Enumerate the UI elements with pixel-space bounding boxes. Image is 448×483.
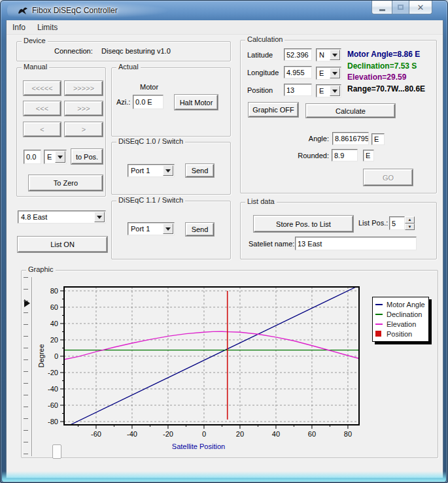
calculate-button[interactable]: Calculate: [306, 104, 395, 118]
calc-result-line: Motor Angle=8.86 E: [347, 49, 425, 61]
step-med-east-button[interactable]: >>>: [65, 101, 103, 116]
step-east-button[interactable]: >: [65, 122, 103, 137]
trackbar-tick: [24, 430, 28, 431]
y-tick-label: 60: [50, 303, 58, 311]
y-tick-label: 80: [50, 287, 58, 295]
rounded-label: Rounded:: [282, 152, 329, 159]
trackbar-tick: [24, 312, 28, 313]
rounded-value-field[interactable]: 8.9: [332, 149, 358, 161]
list-pos-input[interactable]: 5: [389, 216, 405, 230]
close-button[interactable]: ✕: [409, 1, 432, 14]
step-med-west-button[interactable]: <<<: [24, 101, 61, 116]
menu-limits[interactable]: Limits: [31, 21, 63, 34]
menu-info[interactable]: Info: [7, 21, 31, 34]
y-tick-label: 0: [54, 352, 58, 360]
azimuth-value-field[interactable]: 0.0 E: [133, 95, 164, 109]
x-tick-label: -40: [127, 430, 137, 438]
chevron-down-icon[interactable]: [94, 212, 105, 222]
y-axis-title: Degree: [37, 344, 45, 367]
azimuth-label: Azi.:: [116, 98, 130, 106]
actual-group-label: Actual: [116, 63, 141, 71]
minimize-button[interactable]: [371, 1, 392, 14]
latitude-dir-select[interactable]: N: [316, 48, 341, 61]
trackbar-tick: [24, 348, 28, 348]
trackbar-tick: [24, 395, 28, 395]
list-pos-label: List Pos.:: [358, 219, 388, 227]
longitude-input[interactable]: 4.955: [284, 66, 312, 78]
manual-direction-value: E: [47, 153, 52, 161]
halt-motor-button[interactable]: Halt Motor: [175, 95, 218, 110]
maximize-button[interactable]: [392, 1, 409, 14]
chevron-down-icon[interactable]: [330, 68, 340, 78]
diseqc11-send-button[interactable]: Send: [186, 223, 214, 236]
maximize-icon: [398, 5, 404, 10]
position-dir-select[interactable]: E: [316, 84, 341, 97]
vertical-trackbar: [22, 271, 35, 459]
x-axis-title: Satellite Position: [172, 442, 225, 450]
manual-angle-input[interactable]: 0.0: [24, 150, 41, 164]
position-input[interactable]: 13: [284, 84, 312, 96]
legend-item: Position: [375, 329, 425, 339]
menu-bar: Info Limits: [7, 20, 443, 35]
chevron-down-icon[interactable]: [330, 86, 340, 96]
list-on-button[interactable]: List ON: [18, 237, 107, 252]
trackbar-track: [31, 277, 32, 456]
graphic-group: Graphic -60-40-20020406080806040200-20-4…: [21, 270, 438, 458]
actual-group: Actual Motor Azi.: 0.0 E Halt Motor: [111, 67, 231, 137]
longitude-dir-select[interactable]: E: [316, 67, 341, 80]
step-fast-west-button[interactable]: <<<<<: [24, 81, 61, 95]
step-west-button[interactable]: <: [24, 122, 61, 137]
app-icon: [18, 5, 28, 16]
manual-group: Manual <<<<< >>>>> <<< >>> < > 0.0 E to …: [16, 67, 106, 197]
client-area: Info Limits Device Connection: Diseqc be…: [6, 20, 443, 478]
chevron-down-icon[interactable]: [163, 224, 173, 234]
trackbar-tick: [24, 277, 28, 278]
store-pos-button[interactable]: Store Pos. to List: [254, 216, 353, 232]
longitude-label: Longitude: [247, 69, 279, 76]
x-tick-label: -60: [91, 430, 101, 438]
sat-name-label: Sateliet name:: [249, 240, 294, 248]
go-button[interactable]: GO: [364, 169, 413, 186]
trackbar-tick: [24, 359, 28, 360]
position-dir-value: E: [319, 87, 324, 95]
chevron-down-icon[interactable]: [55, 151, 65, 163]
satellite-list-select[interactable]: 4.8 East: [18, 210, 106, 224]
step-fast-east-button[interactable]: >>>>>: [65, 81, 103, 95]
to-pos-button[interactable]: to Pos.: [71, 149, 103, 164]
angle-label: Angle:: [282, 135, 329, 142]
legend-item: Elevation: [375, 319, 425, 329]
trackbar-tick: [24, 383, 28, 384]
spinner-up-button[interactable]: ▲: [405, 216, 415, 224]
y-tick-label: -60: [48, 401, 58, 409]
chevron-down-icon[interactable]: [163, 165, 173, 176]
manual-direction-select[interactable]: E: [44, 150, 67, 164]
latitude-dir-value: N: [319, 51, 324, 59]
calculation-group-label: Calculation: [245, 35, 284, 43]
x-tick-label: 40: [272, 430, 280, 438]
trackbar-tick: [24, 336, 28, 337]
longitude-dir-value: E: [319, 69, 324, 77]
device-group-label: Device: [22, 37, 48, 44]
diseqc11-port-value: Port 1: [131, 225, 150, 233]
x-tick-label: 60: [308, 430, 316, 438]
diseqc10-port-select[interactable]: Port 1: [128, 164, 175, 177]
graphic-toggle-button[interactable]: Graphic OFF: [249, 103, 298, 117]
title-bar[interactable]: Fibox DiSEqC Controller ✕: [1, 1, 447, 20]
y-tick-label: -80: [48, 418, 58, 425]
chevron-down-icon[interactable]: [330, 50, 340, 60]
trackbar-tick: [24, 289, 28, 290]
diseqc10-send-button[interactable]: Send: [186, 164, 214, 177]
diseqc11-port-select[interactable]: Port 1: [128, 222, 175, 235]
trackbar-tick: [24, 454, 28, 454]
window-title: Fibox DiSEqC Controller: [32, 6, 118, 15]
latitude-input[interactable]: 52.396: [284, 48, 312, 61]
sat-name-input[interactable]: 13 East: [295, 237, 417, 250]
app-window: Fibox DiSEqC Controller ✕ Info Limits De…: [0, 0, 448, 483]
rounded-dir-field[interactable]: E: [363, 150, 374, 161]
spinner-down-button[interactable]: ▼: [405, 224, 415, 231]
legend-item: Motor Angle: [375, 299, 425, 309]
legend-swatch-icon: [375, 331, 384, 337]
angle-value-field[interactable]: 8.8616795: [332, 132, 369, 145]
angle-dir-field[interactable]: E: [371, 133, 385, 145]
to-zero-button[interactable]: To Zero: [29, 175, 103, 191]
